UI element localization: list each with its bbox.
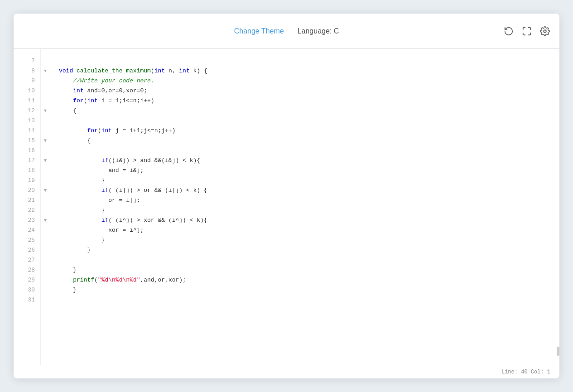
code-line: void calculate_the_maximum(int n, int k)… <box>59 66 550 76</box>
code-line: } <box>59 265 550 275</box>
line-number: 8 <box>26 66 35 76</box>
status-bar: Line: 40 Col: 1 <box>14 365 559 378</box>
code-line: and = i&j; <box>59 166 550 176</box>
toolbar-icons <box>503 26 550 37</box>
line-number: 10 <box>26 86 35 96</box>
svg-marker-1 <box>44 70 47 72</box>
line-number: 28 <box>26 265 35 275</box>
line-number: 14 <box>26 126 35 136</box>
code-line: if( (i|j) > or && (i|j) < k) { <box>59 186 550 196</box>
code-line: xor = i^j; <box>59 225 550 235</box>
code-line <box>59 295 550 305</box>
line-col-status: Line: 40 Col: 1 <box>501 369 550 375</box>
line-number: 11 <box>26 96 35 106</box>
svg-marker-6 <box>44 219 47 222</box>
code-line: //Write your code here. <box>59 76 550 86</box>
line-number: 12 <box>26 106 35 116</box>
code-line <box>59 146 550 156</box>
editor-container: Change Theme Language: C <box>14 14 559 378</box>
line-number: 23 <box>26 215 35 225</box>
line-numbers: 7891011121314151617181920212223242526272… <box>14 49 41 365</box>
code-line <box>59 255 550 265</box>
code-line: } <box>59 285 550 295</box>
line-number: 29 <box>26 275 35 285</box>
toolbar-center: Change Theme Language: C <box>234 27 339 35</box>
code-line: or = i|j; <box>59 196 550 206</box>
line-number: 18 <box>26 166 35 176</box>
line-number: 16 <box>26 146 35 156</box>
code-line: } <box>59 206 550 215</box>
line-number: 9 <box>26 76 35 86</box>
code-line <box>59 56 550 66</box>
fold-marker[interactable] <box>43 186 48 196</box>
line-number: 22 <box>26 206 35 215</box>
code-line: printf("%d\n%d\n%d",and,or,xor); <box>59 275 550 285</box>
code-line: for(int j = i+1;j<=n;j++) <box>59 126 550 136</box>
code-line: for(int i = 1;i<=n;i++) <box>59 96 550 106</box>
fold-marker[interactable] <box>43 106 48 116</box>
change-theme-button[interactable]: Change Theme <box>234 27 284 35</box>
fold-marker[interactable] <box>43 66 48 76</box>
scroll-indicator <box>557 347 559 356</box>
fold-marker[interactable] <box>43 136 48 146</box>
line-number: 20 <box>26 186 35 196</box>
code-line: } <box>59 176 550 186</box>
fold-marker[interactable] <box>43 156 48 166</box>
line-number: 21 <box>26 196 35 206</box>
code-line: { <box>59 106 550 116</box>
fold-marker[interactable] <box>43 215 48 225</box>
code-line: } <box>59 245 550 255</box>
code-line <box>59 116 550 126</box>
language-label: Language: C <box>298 27 339 35</box>
settings-icon[interactable] <box>539 26 550 37</box>
svg-marker-4 <box>44 159 47 162</box>
code-content[interactable]: void calculate_the_maximum(int n, int k)… <box>50 49 559 365</box>
code-line: { <box>59 136 550 146</box>
line-number: 26 <box>26 245 35 255</box>
line-number: 17 <box>26 156 35 166</box>
svg-point-0 <box>544 30 546 33</box>
line-number: 15 <box>26 136 35 146</box>
line-number: 25 <box>26 235 35 245</box>
line-number: 27 <box>26 255 35 265</box>
line-number: 30 <box>26 285 35 295</box>
toolbar: Change Theme Language: C <box>14 14 559 49</box>
svg-marker-3 <box>44 139 47 142</box>
line-number: 31 <box>26 295 35 305</box>
fold-gutter: ▾▾▾▾▾▾▾▾▾▾▾▾▾▾▾▾▾▾▾ <box>41 49 50 365</box>
line-number: 7 <box>26 56 35 66</box>
code-line: int and=0,or=0,xor=0; <box>59 86 550 96</box>
fullscreen-icon[interactable] <box>521 26 532 37</box>
code-line: if((i&j) > and &&(i&j) < k){ <box>59 156 550 166</box>
code-line: } <box>59 235 550 245</box>
code-area: 7891011121314151617181920212223242526272… <box>14 49 559 365</box>
line-number: 13 <box>26 116 35 126</box>
line-number: 19 <box>26 176 35 186</box>
reset-icon[interactable] <box>503 26 514 37</box>
line-number: 24 <box>26 225 35 235</box>
code-line: if( (i^j) > xor && (i^j) < k){ <box>59 215 550 225</box>
svg-marker-5 <box>44 189 47 192</box>
svg-marker-2 <box>44 110 47 112</box>
